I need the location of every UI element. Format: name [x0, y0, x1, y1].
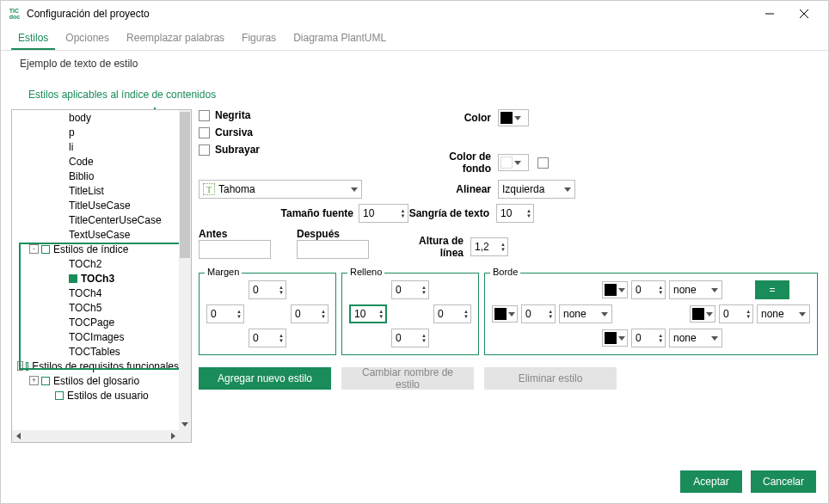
border-left-width[interactable]: ▲▼: [521, 304, 556, 323]
tree-horizontal-scrollbar[interactable]: [12, 430, 179, 442]
tree-node-label: Estilos de requisitos funcionales: [32, 360, 179, 372]
lineheight-spinner[interactable]: ▲▼: [470, 237, 508, 256]
padding-bottom-spinner[interactable]: ▲▼: [391, 329, 429, 347]
tab-estilos[interactable]: Estilos: [11, 27, 55, 50]
tab-plantuml[interactable]: Diagrama PlantUML: [286, 27, 393, 50]
tree-row[interactable]: TOCh5: [12, 300, 179, 315]
tree-row[interactable]: TitleList: [12, 183, 179, 198]
tree-row[interactable]: TOCImages: [12, 329, 179, 344]
border-left-style[interactable]: none: [559, 304, 612, 323]
tree-row[interactable]: TOCh3: [12, 271, 179, 286]
tree-row[interactable]: Estilos de usuario: [12, 388, 179, 403]
tree-expander-icon[interactable]: -: [29, 244, 39, 254]
rename-style-button[interactable]: Cambiar nombre de estilo: [341, 367, 474, 390]
border-right-width[interactable]: ▲▼: [719, 304, 753, 323]
tree-node-icon: [55, 391, 64, 400]
margin-right-spinner[interactable]: ▲▼: [291, 304, 329, 323]
textindent-spinner[interactable]: ▲▼: [496, 204, 534, 223]
border-top-color[interactable]: [602, 281, 628, 298]
align-select[interactable]: Izquierda: [498, 180, 575, 199]
border-right-style[interactable]: none: [757, 304, 810, 323]
bgcolor-swatch: [500, 157, 513, 169]
tree-row[interactable]: -Estilos de índice: [12, 242, 179, 256]
tree-row[interactable]: li: [12, 139, 179, 154]
scroll-left-icon[interactable]: [12, 430, 24, 442]
tree-row[interactable]: body: [12, 110, 179, 125]
underline-label: Subrayar: [215, 144, 260, 156]
cancel-button[interactable]: Cancelar: [751, 470, 816, 493]
border-left-color[interactable]: [492, 305, 518, 323]
scrollbar-thumb[interactable]: [180, 112, 190, 258]
font-icon: T: [203, 183, 215, 195]
border-bottom-width[interactable]: ▲▼: [631, 329, 666, 347]
tree-row[interactable]: Code: [12, 154, 179, 169]
padding-left-spinner[interactable]: ▲▼: [349, 304, 387, 323]
after-label: Después: [297, 228, 369, 240]
border-bottom-style[interactable]: none: [669, 329, 722, 347]
tree-row[interactable]: TitleCenterUseCase: [12, 212, 179, 227]
italic-label: Cursiva: [215, 126, 253, 138]
tab-opciones[interactable]: Opciones: [58, 27, 116, 50]
padding-right-spinner[interactable]: ▲▼: [433, 304, 471, 323]
tree-row[interactable]: TOCTables: [12, 344, 179, 359]
titlebar: TICdoc Configuración del proyecto: [1, 1, 828, 27]
fontsize-spinner[interactable]: ▲▼: [359, 204, 408, 223]
border-equal-button[interactable]: =: [755, 280, 789, 299]
tree-node-label: TOCTables: [69, 346, 120, 358]
tree-vertical-scrollbar[interactable]: [179, 110, 191, 430]
after-input[interactable]: [297, 240, 369, 259]
tree-node-icon: [41, 245, 50, 254]
margin-left-spinner[interactable]: ▲▼: [206, 304, 244, 323]
tree-node-icon: [41, 377, 50, 385]
tab-reemplazar[interactable]: Reemplazar palabras: [120, 27, 231, 50]
textindent-label: Sangría de texto: [408, 207, 489, 219]
tree-node-label: p: [69, 126, 75, 138]
ok-button[interactable]: Aceptar: [680, 470, 742, 493]
italic-checkbox[interactable]: [199, 127, 210, 138]
tree-row[interactable]: TitleUseCase: [12, 198, 179, 212]
tree-node-label: body: [69, 112, 91, 124]
close-button[interactable]: [787, 1, 821, 27]
style-sample-text: Ejemplo de texto de estilo: [1, 51, 828, 71]
color-label: Color: [422, 112, 491, 124]
underline-checkbox[interactable]: [199, 144, 210, 156]
margin-top-spinner[interactable]: ▲▼: [249, 280, 286, 299]
color-swatch: [500, 112, 513, 124]
padding-top-spinner[interactable]: ▲▼: [391, 280, 429, 299]
tree-row[interactable]: TOCh2: [12, 256, 179, 271]
color-picker[interactable]: [498, 109, 529, 126]
delete-style-button[interactable]: Eliminar estilo: [484, 367, 617, 390]
tree-expander-icon[interactable]: +: [29, 376, 39, 385]
tree-row[interactable]: +Estilos del glosario: [12, 373, 179, 388]
margin-bottom-spinner[interactable]: ▲▼: [249, 329, 286, 347]
style-tree[interactable]: bodypliCodeBiblioTitleListTitleUseCaseTi…: [11, 109, 192, 443]
tree-node-label: TitleUseCase: [69, 200, 131, 212]
scroll-right-icon[interactable]: [167, 430, 179, 442]
scroll-down-icon[interactable]: [179, 418, 191, 430]
bgcolor-picker[interactable]: [498, 154, 529, 171]
tree-node-label: Estilos de usuario: [67, 390, 149, 402]
section-heading: Estilos aplicables al índice de contenid…: [1, 71, 828, 106]
border-bottom-color[interactable]: [602, 329, 628, 347]
tree-row[interactable]: p: [12, 125, 179, 139]
border-legend: Borde: [490, 267, 520, 277]
tab-figuras[interactable]: Figuras: [235, 27, 283, 50]
tree-row[interactable]: TOCh4: [12, 286, 179, 300]
before-input[interactable]: [199, 240, 271, 259]
tree-row[interactable]: Biblio: [12, 169, 179, 183]
add-style-button[interactable]: Agregar nuevo estilo: [199, 367, 331, 390]
tree-row[interactable]: TextUseCase: [12, 227, 179, 242]
tree-node-label: Estilos de índice: [53, 243, 128, 255]
tree-row[interactable]: +Estilos de requisitos funcionales: [12, 359, 179, 373]
chevron-down-icon: [564, 187, 571, 192]
border-top-style[interactable]: none: [669, 280, 722, 299]
bgcolor-enable-checkbox[interactable]: [537, 157, 549, 169]
bold-checkbox[interactable]: [199, 110, 210, 121]
border-right-color[interactable]: [690, 305, 715, 323]
tree-expander-icon[interactable]: +: [17, 361, 23, 371]
font-select[interactable]: T Tahoma: [199, 180, 362, 199]
bold-label: Negrita: [215, 109, 250, 121]
border-top-width[interactable]: ▲▼: [631, 280, 666, 299]
tree-row[interactable]: TOCPage: [12, 315, 179, 329]
minimize-button[interactable]: [752, 1, 787, 27]
